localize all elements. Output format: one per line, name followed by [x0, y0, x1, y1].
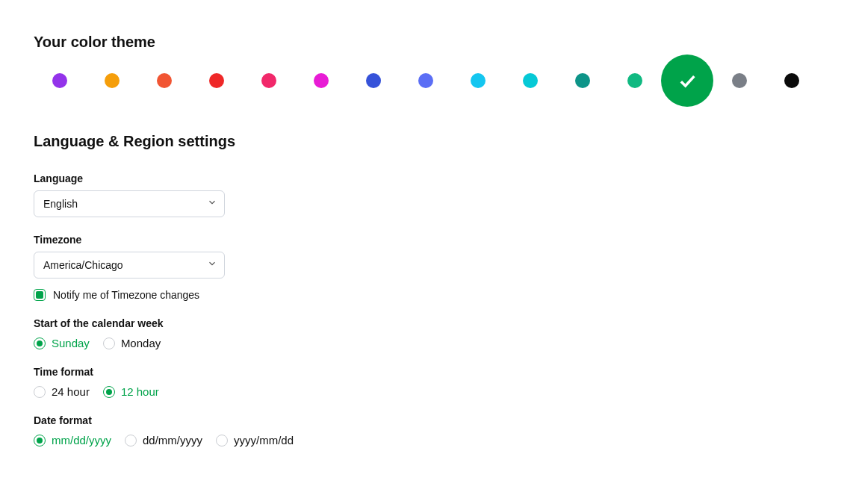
- time-format-option[interactable]: 24 hour: [34, 385, 90, 398]
- color-swatch-gray[interactable]: [732, 73, 747, 88]
- color-swatch-pink[interactable]: [261, 73, 276, 88]
- color-swatch-teal[interactable]: [575, 73, 590, 88]
- color-swatch-blue[interactable]: [366, 73, 381, 88]
- timezone-select[interactable]: America/Chicago: [34, 252, 225, 279]
- language-label: Language: [34, 172, 819, 184]
- radio-label: mm/dd/yyyy: [52, 434, 111, 447]
- radio-label: yyyy/mm/dd: [234, 434, 294, 447]
- color-swatch-row: [34, 73, 819, 88]
- date-format-option[interactable]: dd/mm/yyyy: [125, 434, 202, 447]
- time-format-radio-group: 24 hour12 hour: [34, 385, 819, 398]
- color-swatch-black[interactable]: [784, 73, 799, 88]
- radio-label: 24 hour: [52, 385, 90, 398]
- timezone-notify-checkbox[interactable]: Notify me of Timezone changes: [34, 289, 819, 301]
- radio-circle: [103, 386, 115, 398]
- radio-label: Monday: [121, 337, 161, 349]
- radio-circle: [34, 435, 46, 447]
- color-theme-heading: Your color theme: [34, 34, 819, 51]
- radio-circle: [103, 337, 115, 349]
- color-swatch-emerald[interactable]: [627, 73, 642, 88]
- time-format-option[interactable]: 12 hour: [103, 385, 159, 398]
- radio-label: dd/mm/yyyy: [143, 434, 202, 447]
- language-select[interactable]: English: [34, 190, 225, 217]
- checkmark-icon: [677, 70, 698, 91]
- week-start-option[interactable]: Monday: [103, 337, 161, 349]
- timezone-notify-label: Notify me of Timezone changes: [53, 289, 199, 301]
- radio-label: Sunday: [52, 337, 90, 349]
- timezone-label: Timezone: [34, 234, 819, 246]
- radio-circle: [34, 337, 46, 349]
- time-format-label: Time format: [34, 366, 819, 378]
- color-swatch-green[interactable]: [661, 55, 713, 107]
- color-swatch-indigo[interactable]: [418, 73, 433, 88]
- week-start-radio-group: SundayMonday: [34, 337, 819, 349]
- color-swatch-magenta[interactable]: [314, 73, 329, 88]
- date-format-radio-group: mm/dd/yyyydd/mm/yyyyyyyy/mm/dd: [34, 434, 819, 447]
- checkbox-box: [34, 289, 46, 301]
- color-swatch-cyan[interactable]: [523, 73, 538, 88]
- radio-circle: [216, 435, 228, 447]
- language-region-heading: Language & Region settings: [34, 133, 819, 150]
- date-format-option[interactable]: mm/dd/yyyy: [34, 434, 111, 447]
- date-format-label: Date format: [34, 414, 819, 426]
- radio-circle: [34, 386, 46, 398]
- color-swatch-purple[interactable]: [52, 73, 67, 88]
- radio-circle: [125, 435, 137, 447]
- color-swatch-sky[interactable]: [471, 73, 486, 88]
- week-start-option[interactable]: Sunday: [34, 337, 90, 349]
- date-format-option[interactable]: yyyy/mm/dd: [216, 434, 294, 447]
- radio-label: 12 hour: [121, 385, 159, 398]
- color-swatch-red[interactable]: [209, 73, 224, 88]
- color-swatch-orange[interactable]: [105, 73, 120, 88]
- color-swatch-red-orange[interactable]: [157, 73, 172, 88]
- week-start-label: Start of the calendar week: [34, 317, 819, 329]
